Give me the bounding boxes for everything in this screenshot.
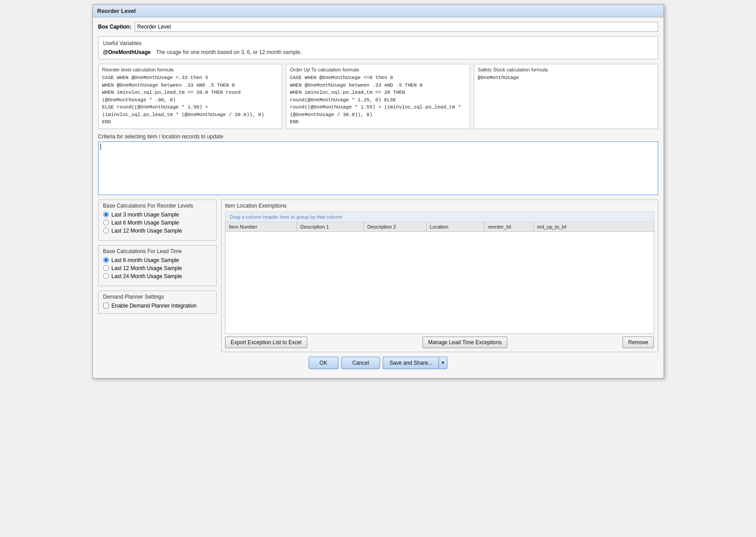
base-calc-reorder-group: Base Calculations For Reorder Levels Las… — [98, 200, 217, 241]
col-ord-up-to-lvl: ord_up_to_lvl — [534, 222, 654, 231]
safety-stock-formula-text: @OneMonthUsage — [478, 74, 654, 82]
col-description1: Description 1 — [297, 222, 364, 231]
order-up-to-formula-title: Order Up To calculation formula — [290, 67, 466, 72]
useful-variables-section: Useful Variables @OneMonthUsage The usag… — [98, 36, 658, 59]
formulas-row: Reorder level calculation formula CASE W… — [98, 64, 658, 129]
dropdown-arrow-icon: ▾ — [442, 360, 444, 365]
radio-last3month-input[interactable] — [103, 212, 109, 217]
box-caption-label: Box Caption: — [98, 24, 132, 30]
col-description2: Description 2 — [364, 222, 426, 231]
col-item-number: Item Number — [226, 222, 297, 231]
radio-lead6month-input[interactable] — [103, 257, 109, 263]
radio-last6month-input[interactable] — [103, 220, 109, 225]
safety-stock-formula-box: Safety Stock calculation formula @OneMon… — [474, 64, 658, 129]
reorder-formula-title: Reorder level calculation formula — [102, 67, 279, 72]
var-name: @OneMonthUsage — [103, 49, 151, 55]
main-window: Reorder Level Box Caption: Useful Variab… — [92, 4, 664, 379]
demand-planner-checkbox-label: Enable Demand Planner Integration — [112, 303, 197, 309]
radio-last12month-label: Last 12 Month Usage Sample — [112, 228, 182, 234]
order-up-to-formula-text: CASE WHEN @OneMonthUsage <=0 then 0 WHEN… — [290, 74, 466, 126]
exemptions-grid: Item Number Description 1 Description 2 … — [225, 222, 654, 334]
demand-planner-checkbox-item[interactable]: Enable Demand Planner Integration — [103, 303, 212, 309]
safety-stock-formula-title: Safety Stock calculation formula — [478, 67, 654, 72]
col-location: Location — [426, 222, 485, 231]
window-title-bar: Reorder Level — [93, 5, 664, 17]
col-reorder-lvl: reorder_lvl — [485, 222, 534, 231]
manage-lead-time-button[interactable]: Manage Lead Time Exceptions — [422, 337, 508, 348]
radio-lead12month[interactable]: Last 12 Month Usage Sample — [103, 265, 212, 271]
radio-last6month[interactable]: Last 6 Month Usage Sample — [103, 220, 212, 226]
base-calc-lead-time-title: Base Calculations For Lead Time — [103, 248, 212, 254]
order-up-to-formula-box: Order Up To calculation formula CASE WHE… — [286, 64, 470, 129]
box-caption-input[interactable] — [135, 22, 658, 32]
useful-variables-title: Useful Variables — [103, 40, 653, 46]
radio-lead12month-label: Last 12 Month Usage Sample — [112, 265, 182, 271]
window-title: Reorder Level — [97, 8, 136, 14]
ok-button[interactable]: OK — [309, 357, 338, 369]
grid-bottom-buttons: Export Exception List to Excel Manage Le… — [225, 337, 654, 348]
base-calc-reorder-title: Base Calculations For Reorder Levels — [103, 203, 212, 209]
reorder-formula-box: Reorder level calculation formula CASE W… — [98, 64, 283, 129]
radio-lead6month[interactable]: Last 6 month Usage Sample — [103, 257, 212, 263]
demand-planner-group: Demand Planner Settings Enable Demand Pl… — [98, 291, 217, 314]
radio-lead24month-input[interactable] — [103, 273, 109, 279]
radio-last12month-input[interactable] — [103, 228, 109, 233]
criteria-label: Criteria for selecting item / location r… — [98, 133, 658, 140]
bottom-section: Base Calculations For Reorder Levels Las… — [98, 200, 658, 352]
demand-planner-checkbox[interactable] — [103, 303, 109, 308]
footer-buttons: OK Cancel Save and Share... ▾ — [98, 352, 658, 373]
criteria-cursor — [100, 144, 101, 150]
radio-lead12month-input[interactable] — [103, 265, 109, 271]
criteria-input-box[interactable] — [98, 142, 658, 195]
demand-planner-title: Demand Planner Settings — [103, 294, 212, 300]
drag-hint-text: Drag a column header here to group by th… — [230, 214, 342, 220]
exemptions-title: Item Location Exemptions — [225, 203, 654, 209]
radio-last3month-label: Last 3 month Usage Sample — [112, 212, 179, 218]
radio-last6month-label: Last 6 Month Usage Sample — [112, 220, 179, 226]
var-desc: The usage for one month based on 3, 6, o… — [156, 49, 302, 55]
base-calc-lead-time-group: Base Calculations For Lead Time Last 6 m… — [98, 245, 217, 286]
grid-header: Item Number Description 1 Description 2 … — [226, 222, 654, 232]
radio-lead24month[interactable]: Last 24 Month Usage Sample — [103, 273, 212, 279]
radio-lead6month-label: Last 6 month Usage Sample — [112, 257, 179, 263]
reorder-formula-text: CASE WHEN @OneMonthUsage <.33 then 5 WHE… — [102, 74, 279, 126]
save-share-button-group: Save and Share... ▾ — [383, 357, 447, 369]
right-panel: Item Location Exemptions Drag a column h… — [221, 200, 658, 352]
radio-last3month[interactable]: Last 3 month Usage Sample — [103, 212, 212, 218]
drag-hint-bar: Drag a column header here to group by th… — [225, 212, 654, 222]
grid-body — [226, 232, 654, 330]
remove-button[interactable]: Remove — [622, 337, 654, 348]
export-exception-button[interactable]: Export Exception List to Excel — [225, 337, 308, 348]
left-panel: Base Calculations For Reorder Levels Las… — [98, 200, 217, 352]
cancel-button[interactable]: Cancel — [341, 357, 380, 369]
save-and-share-dropdown[interactable]: ▾ — [439, 357, 447, 369]
item-location-exemptions: Item Location Exemptions Drag a column h… — [221, 200, 658, 352]
save-and-share-button[interactable]: Save and Share... — [383, 357, 439, 369]
radio-lead24month-label: Last 24 Month Usage Sample — [112, 273, 182, 279]
radio-last12month[interactable]: Last 12 Month Usage Sample — [103, 228, 212, 234]
